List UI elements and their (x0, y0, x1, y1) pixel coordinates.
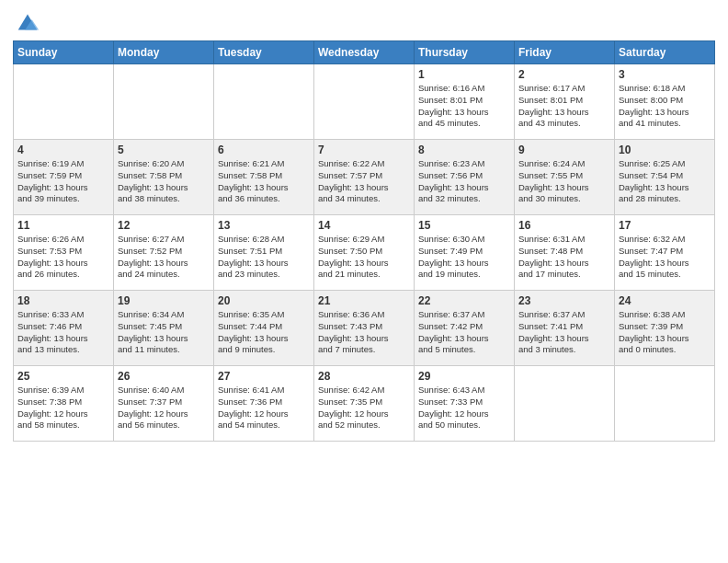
calendar-header: SundayMondayTuesdayWednesdayThursdayFrid… (14, 41, 715, 64)
day-number: 4 (17, 144, 109, 156)
calendar-cell: 17Sunrise: 6:32 AM Sunset: 7:47 PM Dayli… (615, 215, 715, 291)
calendar-cell: 22Sunrise: 6:37 AM Sunset: 7:42 PM Dayli… (415, 291, 515, 366)
day-info: Sunrise: 6:21 AM Sunset: 7:58 PM Dayligh… (218, 158, 310, 205)
calendar-cell: 1Sunrise: 6:16 AM Sunset: 8:01 PM Daylig… (415, 64, 515, 140)
calendar-cell: 16Sunrise: 6:31 AM Sunset: 7:48 PM Dayli… (515, 215, 615, 291)
day-number: 3 (619, 68, 711, 81)
day-number: 13 (218, 219, 310, 232)
calendar-cell: 4Sunrise: 6:19 AM Sunset: 7:59 PM Daylig… (14, 140, 114, 215)
day-header-sunday: Sunday (14, 41, 114, 64)
day-number: 9 (518, 144, 610, 156)
day-number: 22 (418, 294, 510, 307)
day-info: Sunrise: 6:42 AM Sunset: 7:35 PM Dayligh… (318, 385, 410, 431)
calendar-cell: 8Sunrise: 6:23 AM Sunset: 7:56 PM Daylig… (415, 140, 515, 215)
day-number: 25 (17, 370, 109, 383)
day-header-friday: Friday (515, 41, 615, 64)
day-number: 6 (218, 144, 310, 156)
calendar-cell (114, 64, 214, 140)
day-info: Sunrise: 6:39 AM Sunset: 7:38 PM Dayligh… (17, 385, 109, 431)
calendar-cell: 9Sunrise: 6:24 AM Sunset: 7:55 PM Daylig… (515, 140, 615, 215)
day-header-tuesday: Tuesday (214, 41, 314, 64)
calendar-cell: 21Sunrise: 6:36 AM Sunset: 7:43 PM Dayli… (314, 291, 415, 366)
calendar-cell: 19Sunrise: 6:34 AM Sunset: 7:45 PM Dayli… (114, 291, 214, 366)
calendar-cell: 26Sunrise: 6:40 AM Sunset: 7:37 PM Dayli… (114, 366, 214, 442)
calendar-cell: 13Sunrise: 6:28 AM Sunset: 7:51 PM Dayli… (214, 215, 314, 291)
calendar-cell (515, 366, 615, 442)
page: SundayMondayTuesdayWednesdayThursdayFrid… (0, 0, 728, 563)
calendar-cell: 11Sunrise: 6:26 AM Sunset: 7:53 PM Dayli… (14, 215, 114, 291)
day-info: Sunrise: 6:37 AM Sunset: 7:42 PM Dayligh… (418, 309, 510, 356)
day-number: 12 (118, 219, 210, 232)
day-info: Sunrise: 6:34 AM Sunset: 7:45 PM Dayligh… (118, 309, 210, 356)
day-info: Sunrise: 6:22 AM Sunset: 7:57 PM Dayligh… (318, 158, 410, 205)
logo (13, 9, 40, 35)
day-info: Sunrise: 6:19 AM Sunset: 7:59 PM Dayligh… (17, 158, 109, 205)
calendar-cell: 7Sunrise: 6:22 AM Sunset: 7:57 PM Daylig… (314, 140, 415, 215)
day-number: 8 (418, 144, 510, 156)
day-info: Sunrise: 6:35 AM Sunset: 7:44 PM Dayligh… (218, 309, 310, 356)
calendar-cell: 29Sunrise: 6:43 AM Sunset: 7:33 PM Dayli… (415, 366, 515, 442)
calendar-cell (615, 366, 715, 442)
day-number: 16 (518, 219, 610, 232)
day-info: Sunrise: 6:38 AM Sunset: 7:39 PM Dayligh… (619, 309, 711, 356)
calendar-row-0: 1Sunrise: 6:16 AM Sunset: 8:01 PM Daylig… (14, 64, 715, 140)
day-info: Sunrise: 6:25 AM Sunset: 7:54 PM Dayligh… (619, 158, 711, 205)
calendar-cell: 14Sunrise: 6:29 AM Sunset: 7:50 PM Dayli… (314, 215, 415, 291)
day-number: 26 (118, 370, 210, 383)
day-header-thursday: Thursday (415, 41, 515, 64)
calendar-cell: 23Sunrise: 6:37 AM Sunset: 7:41 PM Dayli… (515, 291, 615, 366)
day-info: Sunrise: 6:31 AM Sunset: 7:48 PM Dayligh… (518, 234, 610, 281)
calendar-row-4: 25Sunrise: 6:39 AM Sunset: 7:38 PM Dayli… (14, 366, 715, 442)
day-header-monday: Monday (114, 41, 214, 64)
day-info: Sunrise: 6:41 AM Sunset: 7:36 PM Dayligh… (218, 385, 310, 431)
day-info: Sunrise: 6:23 AM Sunset: 7:56 PM Dayligh… (418, 158, 510, 205)
calendar-cell: 5Sunrise: 6:20 AM Sunset: 7:58 PM Daylig… (114, 140, 214, 215)
day-header-wednesday: Wednesday (314, 41, 415, 64)
calendar-row-2: 11Sunrise: 6:26 AM Sunset: 7:53 PM Dayli… (14, 215, 715, 291)
day-number: 18 (17, 294, 109, 307)
calendar-cell (314, 64, 415, 140)
day-number: 14 (318, 219, 410, 232)
day-number: 24 (619, 294, 711, 307)
day-number: 1 (418, 68, 510, 81)
calendar-cell: 15Sunrise: 6:30 AM Sunset: 7:49 PM Dayli… (415, 215, 515, 291)
calendar-cell (14, 64, 114, 140)
calendar-cell: 10Sunrise: 6:25 AM Sunset: 7:54 PM Dayli… (615, 140, 715, 215)
day-number: 29 (418, 370, 510, 383)
calendar-body: 1Sunrise: 6:16 AM Sunset: 8:01 PM Daylig… (14, 64, 715, 442)
day-info: Sunrise: 6:33 AM Sunset: 7:46 PM Dayligh… (17, 309, 109, 356)
calendar-cell: 20Sunrise: 6:35 AM Sunset: 7:44 PM Dayli… (214, 291, 314, 366)
day-number: 7 (318, 144, 410, 156)
day-header-saturday: Saturday (615, 41, 715, 64)
day-info: Sunrise: 6:26 AM Sunset: 7:53 PM Dayligh… (17, 234, 109, 281)
calendar-cell: 12Sunrise: 6:27 AM Sunset: 7:52 PM Dayli… (114, 215, 214, 291)
day-info: Sunrise: 6:40 AM Sunset: 7:37 PM Dayligh… (118, 385, 210, 431)
calendar-cell: 25Sunrise: 6:39 AM Sunset: 7:38 PM Dayli… (14, 366, 114, 442)
day-info: Sunrise: 6:27 AM Sunset: 7:52 PM Dayligh… (118, 234, 210, 281)
day-number: 17 (619, 219, 711, 232)
day-info: Sunrise: 6:17 AM Sunset: 8:01 PM Dayligh… (518, 83, 610, 130)
calendar-cell: 2Sunrise: 6:17 AM Sunset: 8:01 PM Daylig… (515, 64, 615, 140)
day-number: 5 (118, 144, 210, 156)
calendar-cell: 24Sunrise: 6:38 AM Sunset: 7:39 PM Dayli… (615, 291, 715, 366)
day-number: 10 (619, 144, 711, 156)
header (13, 9, 715, 35)
day-info: Sunrise: 6:20 AM Sunset: 7:58 PM Dayligh… (118, 158, 210, 205)
calendar-cell: 3Sunrise: 6:18 AM Sunset: 8:00 PM Daylig… (615, 64, 715, 140)
day-number: 11 (17, 219, 109, 232)
calendar-row-3: 18Sunrise: 6:33 AM Sunset: 7:46 PM Dayli… (14, 291, 715, 366)
day-info: Sunrise: 6:29 AM Sunset: 7:50 PM Dayligh… (318, 234, 410, 281)
day-number: 28 (318, 370, 410, 383)
day-info: Sunrise: 6:18 AM Sunset: 8:00 PM Dayligh… (619, 83, 711, 130)
day-number: 19 (118, 294, 210, 307)
day-number: 21 (318, 294, 410, 307)
day-info: Sunrise: 6:37 AM Sunset: 7:41 PM Dayligh… (518, 309, 610, 356)
day-info: Sunrise: 6:43 AM Sunset: 7:33 PM Dayligh… (418, 385, 510, 431)
day-info: Sunrise: 6:24 AM Sunset: 7:55 PM Dayligh… (518, 158, 610, 205)
calendar-cell: 27Sunrise: 6:41 AM Sunset: 7:36 PM Dayli… (214, 366, 314, 442)
calendar-cell (214, 64, 314, 140)
day-info: Sunrise: 6:28 AM Sunset: 7:51 PM Dayligh… (218, 234, 310, 281)
calendar-row-1: 4Sunrise: 6:19 AM Sunset: 7:59 PM Daylig… (14, 140, 715, 215)
day-info: Sunrise: 6:16 AM Sunset: 8:01 PM Dayligh… (418, 83, 510, 130)
calendar-table: SundayMondayTuesdayWednesdayThursdayFrid… (13, 40, 715, 442)
